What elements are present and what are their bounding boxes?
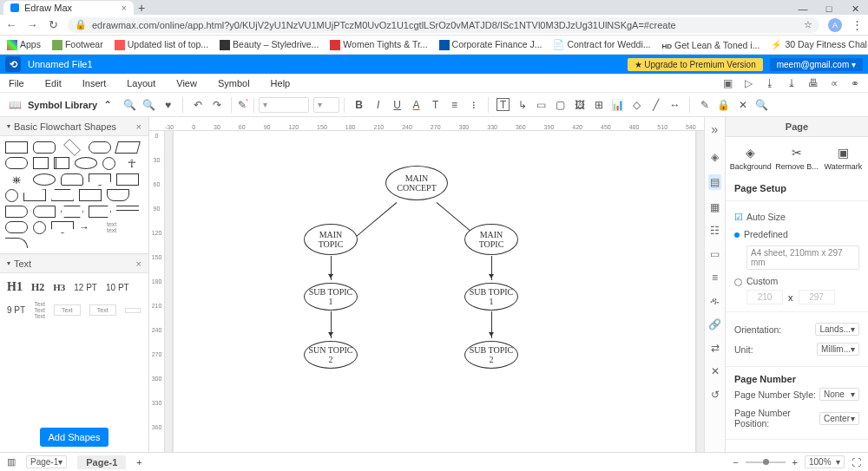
export-icon[interactable]: ⭳ — [765, 77, 775, 89]
width-input[interactable] — [746, 290, 783, 304]
pt10-style[interactable]: 10 PT — [106, 283, 129, 292]
compass-icon[interactable]: ✕ — [711, 365, 720, 377]
star-icon[interactable]: ☆ — [804, 19, 812, 30]
shape-manual-input[interactable] — [23, 189, 46, 201]
shape-hexagon[interactable] — [61, 206, 83, 218]
canvas[interactable]: MAINCONCEPT MAINTOPIC MAINTOPIC SUB TOPI… — [165, 131, 704, 452]
shape-offpage[interactable] — [89, 173, 111, 186]
fill-icon[interactable]: ◇ — [630, 98, 643, 111]
browser-tab[interactable]: Edraw Max × — [3, 1, 134, 15]
history-icon[interactable]: ↺ — [711, 389, 720, 401]
shape-delay[interactable] — [5, 206, 28, 218]
shape-arc[interactable] — [5, 238, 28, 248]
undo-icon[interactable]: ↶ — [191, 98, 204, 111]
image-icon[interactable]: 🖼 — [573, 98, 586, 111]
valign-icon[interactable]: ⫶ — [467, 98, 480, 111]
page-tab[interactable]: Page-1 — [77, 455, 126, 469]
redo-icon[interactable]: ↷ — [210, 98, 223, 111]
zoom-in-icon[interactable]: 🔍 — [123, 98, 136, 111]
pt12-style[interactable]: 12 PT — [74, 283, 97, 292]
menu-view[interactable]: View — [176, 78, 197, 88]
font-color-icon[interactable]: A — [410, 98, 423, 111]
bookmark-item[interactable]: ⚡ 30 Day Fitness Chal... — [771, 39, 868, 50]
shape-trapezoid[interactable] — [51, 189, 74, 201]
library-icon[interactable]: 📖 — [9, 99, 22, 111]
expand-icon[interactable]: » — [712, 122, 719, 136]
align-icon[interactable]: ≡ — [448, 98, 461, 111]
menu-symbol[interactable]: Symbol — [218, 78, 250, 88]
connector-icon[interactable]: ↳ — [516, 98, 529, 111]
maximize-icon[interactable]: □ — [816, 3, 842, 15]
shape-document[interactable] — [116, 173, 139, 186]
layers-icon[interactable]: ☷ — [710, 225, 720, 237]
shape-shield[interactable] — [51, 221, 74, 233]
fullscreen-icon[interactable]: ⛶ — [852, 457, 861, 468]
chevron-up-icon[interactable]: ⌃ — [103, 99, 112, 111]
shape-parallelogram[interactable] — [115, 141, 141, 154]
menu-layout[interactable]: Layout — [127, 78, 155, 88]
shape-card2[interactable] — [79, 189, 102, 201]
node-sub-topic-2-right[interactable]: SUB TOPIC2 — [464, 341, 518, 369]
settings-icon[interactable]: ✕ — [736, 98, 749, 111]
forward-icon[interactable]: → — [26, 18, 38, 31]
node-sub-topic-1-right[interactable]: SUB TOPIC1 — [464, 283, 518, 311]
heart-icon[interactable]: ♥ — [161, 98, 174, 111]
connector[interactable] — [491, 256, 492, 280]
apps-bookmark[interactable]: Apps — [7, 39, 41, 50]
orientation-select[interactable]: Lands...▾ — [815, 323, 859, 336]
close-tab-icon[interactable]: × — [122, 3, 127, 13]
app-logo-icon[interactable]: ⟲ — [5, 56, 21, 72]
pages-icon[interactable]: ▥ — [7, 456, 16, 468]
rounded-tool-icon[interactable]: ▢ — [554, 98, 567, 111]
zoom-level[interactable]: 100% ▾ — [805, 455, 845, 468]
close-icon[interactable]: ✕ — [842, 3, 868, 15]
zoom-slider[interactable] — [746, 461, 786, 463]
shape-person[interactable]: ⛯ — [5, 173, 28, 186]
zoom-out-button[interactable]: − — [733, 457, 738, 468]
settings-icon[interactable]: ⇄ — [711, 342, 720, 354]
unit-select[interactable]: Millim...▾ — [817, 343, 859, 356]
zoom-in-button[interactable]: + — [792, 457, 798, 468]
table-icon[interactable]: ⊞ — [592, 98, 605, 111]
shape-cylinder[interactable] — [61, 173, 83, 186]
zoom-out-icon[interactable]: 🔍 — [142, 98, 155, 111]
reload-icon[interactable]: ↻ — [47, 18, 59, 31]
shape-lines[interactable] — [116, 206, 139, 211]
play-icon[interactable]: ▷ — [745, 77, 753, 89]
format-painter-icon[interactable]: ✎• — [236, 98, 249, 111]
database-icon[interactable]: ≡ — [712, 271, 718, 284]
h1-style[interactable]: H1 — [7, 280, 23, 294]
back-icon[interactable]: ← — [5, 18, 17, 31]
shape-note[interactable]: texttext — [107, 221, 129, 233]
h2-style[interactable]: H2 — [31, 281, 44, 294]
page-dropdown[interactable]: Page-1 ▾ — [26, 455, 67, 468]
line-style-icon[interactable]: ╱ — [649, 98, 662, 111]
minimize-icon[interactable]: — — [790, 3, 816, 15]
print-icon[interactable]: 🖶 — [808, 77, 819, 89]
text-sample[interactable]: TextTextText — [34, 301, 45, 319]
bookmark-item[interactable]: HD Get Lean & Toned i... — [662, 40, 760, 50]
arrow-style-icon[interactable]: ↔ — [668, 98, 681, 111]
pn-style-select[interactable]: None▾ — [819, 388, 859, 401]
font-select[interactable]: ▾ — [259, 97, 309, 113]
search-icon[interactable]: 🔍 — [755, 98, 768, 111]
bookmark-item[interactable]: Footwear — [52, 39, 103, 50]
share-icon[interactable]: ∝ — [831, 77, 838, 89]
shape-circle[interactable] — [102, 157, 115, 170]
download-icon[interactable]: ⤓ — [787, 77, 796, 89]
shape-double[interactable] — [54, 157, 69, 169]
node-main-concept[interactable]: MAINCONCEPT — [385, 166, 448, 200]
shape-terminator[interactable] — [89, 141, 111, 154]
grid-icon[interactable]: ▦ — [710, 201, 720, 213]
upgrade-button[interactable]: ★ Upgrade to Premium Version — [628, 58, 763, 71]
shape-ellipse2[interactable] — [33, 173, 56, 186]
rect-tool-icon[interactable]: ▭ — [535, 98, 548, 111]
tree-icon[interactable]: ዱ — [710, 295, 720, 307]
menu-edit[interactable]: Edit — [45, 78, 62, 88]
bookmark-item[interactable]: 📄 Contract for Weddi... — [553, 39, 650, 50]
bookmark-item[interactable]: Corporate Finance J... — [439, 39, 542, 50]
bookmark-item[interactable]: Updated list of top... — [115, 39, 208, 50]
shape-card[interactable] — [33, 157, 49, 169]
profile-avatar[interactable]: A — [828, 18, 842, 32]
shape-pentagon[interactable] — [89, 206, 111, 218]
